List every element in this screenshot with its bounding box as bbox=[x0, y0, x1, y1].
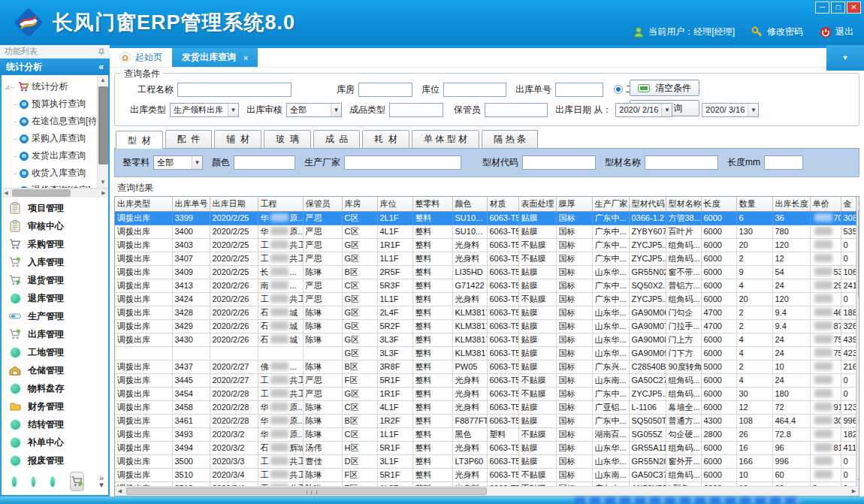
length-input[interactable] bbox=[764, 155, 803, 170]
out-type-combo[interactable]: 生产领料出库▼ bbox=[170, 103, 239, 117]
table-row[interactable]: 调拨出库33992020/2/25华原...严思C区2L1F整料SU10...6… bbox=[115, 211, 856, 225]
column-header-金[interactable]: 金 bbox=[841, 197, 856, 211]
close-tab-icon[interactable]: × bbox=[243, 53, 248, 62]
table-row[interactable]: 调拨出库35102020/3/4工共工程陈琳F区5R1F整料光身料6063-T5… bbox=[115, 468, 856, 481]
table-row[interactable]: 调拨出库34002020/2/25华原...严思C区4L1F整料SU10...6… bbox=[115, 225, 856, 238]
table-row[interactable]: 调拨出库34932020/3/2华原...陈琳C区1L1F整料黑色塑料不贴膜国标… bbox=[115, 427, 856, 441]
warehouse-input[interactable] bbox=[358, 83, 412, 97]
module-dot-icon[interactable] bbox=[50, 477, 55, 487]
table-row[interactable]: 调拨出库34092020/2/25长...陈琳B区2R5F整料LI35HD606… bbox=[115, 265, 856, 279]
tree-item-发货出库查询[interactable]: --发货出库查询 bbox=[5, 147, 96, 164]
sidebar-module-退库管理[interactable]: 退库管理 bbox=[9, 291, 108, 306]
piece-combo[interactable]: 全部▼ bbox=[153, 155, 203, 170]
scrollbar-thumb[interactable] bbox=[12, 189, 71, 197]
table-row[interactable]: 调拨出库34242020/2/26工共工程严思G区1L1F整料光身料6063-T… bbox=[115, 292, 856, 306]
sidebar-module-入库管理[interactable]: 入库管理 bbox=[9, 255, 108, 270]
table-row[interactable]: 调拨出库34582020/2/28华原...陈琳C区4L1F整料光身料6063-… bbox=[115, 400, 856, 414]
module-dot-icon[interactable] bbox=[32, 477, 36, 487]
table-row[interactable]: 调拨出库34032020/2/25工共工程严思G区1R1F整料光身料6063-T… bbox=[115, 238, 856, 252]
scroll-up-arrow[interactable]: ▲ bbox=[98, 75, 108, 86]
material-tab-玻璃[interactable]: 玻 璃 bbox=[264, 130, 311, 148]
material-tab-单体型材[interactable]: 单 体 型 材 bbox=[412, 130, 479, 148]
more-modules-button[interactable]: » ▾ bbox=[99, 475, 104, 488]
table-row[interactable]: 调拨出库34372020/2/27佛...陈琳B区3R8F整料PW056063-… bbox=[115, 360, 856, 373]
clear-conditions-button[interactable]: 清空条件 bbox=[630, 80, 699, 96]
material-tab-耗材[interactable]: 耗 材 bbox=[362, 130, 409, 148]
scroll-down-arrow[interactable]: ▼ bbox=[857, 475, 860, 486]
column-header-库房[interactable]: 库房 bbox=[342, 197, 377, 211]
tab-shipping-outbound-query[interactable]: 发货出库查询 × bbox=[172, 48, 258, 67]
location-input[interactable] bbox=[443, 83, 506, 97]
column-header-生产厂家[interactable]: 生产厂家 bbox=[592, 197, 629, 211]
table-row[interactable]: 调拨出库34612020/2/28华原...陈琳B区1R2F整料F8877FT6… bbox=[115, 414, 856, 427]
tree-item-收货入库查询[interactable]: --收货入库查询 bbox=[5, 164, 96, 182]
keeper-input[interactable] bbox=[485, 103, 548, 117]
column-header-工程[interactable]: 工程 bbox=[258, 197, 303, 211]
pin-icon[interactable] bbox=[98, 48, 105, 56]
material-tab-隔热条[interactable]: 隔 热 条 bbox=[482, 130, 538, 148]
sidebar-module-审核中心[interactable]: 审核中心 bbox=[9, 219, 108, 234]
manufacturer-input[interactable] bbox=[344, 155, 461, 170]
scrollbar-thumb[interactable] bbox=[858, 209, 860, 297]
sidebar-module-出库管理[interactable]: 出库管理 bbox=[9, 327, 108, 342]
logout-button[interactable]: 退出 bbox=[820, 26, 853, 38]
sidebar-module-结转管理[interactable]: 结转管理 bbox=[9, 417, 108, 432]
sidebar-module-退货管理[interactable]: 退货管理 bbox=[9, 273, 108, 288]
material-tab-辅材[interactable]: 辅 材 bbox=[214, 130, 261, 148]
sidebar-module-采购管理[interactable]: 采购管理 bbox=[9, 237, 108, 252]
table-row[interactable]: 调拨出库34292020/2/26石城陈琳G区5R2F整料KLM38176063… bbox=[115, 319, 856, 333]
scrollbar-thumb[interactable] bbox=[98, 86, 108, 164]
color-input[interactable] bbox=[234, 155, 295, 170]
grid-horizontal-scrollbar[interactable]: ◀ ▶ bbox=[115, 486, 859, 496]
table-row[interactable]: G区3L3F整料KLM38176063-T5贴膜国标山东华...GA90M09.… bbox=[115, 346, 856, 360]
sidebar-module-财务管理[interactable]: 财务管理 bbox=[9, 399, 108, 414]
scroll-left-arrow[interactable]: ◀ bbox=[2, 189, 11, 198]
table-row[interactable]: 调拨出库34542020/2/28工共工程严思G区1R1F整料光身料6063-T… bbox=[115, 387, 856, 400]
table-row[interactable]: 调拨出库34132020/2/26南...严思C区5R3F整料G71422606… bbox=[115, 279, 856, 292]
material-tab-型材[interactable]: 型 材 bbox=[116, 131, 163, 149]
audit-combo[interactable]: 全部▼ bbox=[286, 103, 342, 117]
tree-item-采购入库查询[interactable]: --采购入库查询 bbox=[5, 130, 96, 147]
scroll-right-arrow[interactable]: ▶ bbox=[849, 487, 859, 496]
sidebar-module-报废管理[interactable]: 报废管理 bbox=[9, 453, 108, 468]
scroll-down-arrow[interactable]: ▼ bbox=[98, 177, 108, 188]
tab-home[interactable]: 起始页 bbox=[110, 48, 172, 67]
sidebar-module-物料盘存[interactable]: 物料盘存 bbox=[9, 381, 108, 396]
column-header-保管员[interactable]: 保管员 bbox=[303, 197, 342, 211]
column-header-表面处理[interactable]: 表面处理 bbox=[518, 197, 556, 211]
table-row[interactable]: 调拨出库34072020/2/25工共工程严思G区1L1F整料光身料6063-T… bbox=[115, 252, 856, 265]
tree-item-预算执行查询[interactable]: --预算执行查询 bbox=[5, 95, 96, 113]
module-dot-icon[interactable] bbox=[12, 477, 17, 487]
tree-root-statistics[interactable]: ⊿-- 统计分析 bbox=[5, 78, 96, 95]
tree-item-在途信息查询[待[interactable]: --在途信息查询[待 bbox=[5, 113, 96, 130]
column-header-型材名称[interactable]: 型材名称 bbox=[666, 197, 701, 211]
profile-name-input[interactable] bbox=[645, 155, 718, 170]
change-password-button[interactable]: 修改密码 bbox=[751, 26, 803, 38]
sidebar-module-补单中心[interactable]: 补单中心 bbox=[9, 435, 108, 450]
column-header-数量[interactable]: 数量 bbox=[736, 197, 772, 211]
minimize-button[interactable]: ─ bbox=[815, 2, 829, 14]
scroll-left-arrow[interactable]: ◀ bbox=[115, 487, 125, 496]
tree-horizontal-scrollbar[interactable]: ◀ ▶ bbox=[2, 188, 108, 198]
sidebar-section-statistics[interactable]: 统计分析 « bbox=[0, 59, 110, 75]
column-header-出库长度[interactable]: 出库长度 bbox=[772, 197, 810, 211]
tab-list-dropdown[interactable]: ▼ bbox=[826, 45, 864, 71]
column-header-单价[interactable]: 单价 bbox=[810, 197, 841, 211]
tree-item-退货查询[待定][interactable]: --退货查询[待定] bbox=[5, 182, 96, 188]
close-button[interactable]: ✕ bbox=[847, 2, 861, 14]
column-header-型材代码[interactable]: 型材代码 bbox=[629, 197, 666, 211]
scroll-right-arrow[interactable]: ▶ bbox=[99, 189, 108, 198]
sidebar-module-仓储管理[interactable]: 仓储管理 bbox=[9, 363, 108, 378]
tree-vertical-scrollbar[interactable]: ▲ ▼ bbox=[97, 75, 108, 188]
table-row[interactable]: 调拨出库34942020/3/2石辉城汤伟H区5R1F整料光身料6063-T5贴… bbox=[115, 441, 856, 454]
table-row[interactable]: 调拨出库34452020/2/27工共工程严思F区5R1F整料光身料6063-T… bbox=[115, 373, 856, 387]
column-header-膜厚[interactable]: 膜厚 bbox=[556, 197, 592, 211]
statistics-module-button[interactable] bbox=[70, 472, 84, 491]
sidebar-module-生产管理[interactable]: 生产管理 bbox=[9, 309, 108, 324]
scrollbar-thumb[interactable] bbox=[126, 487, 487, 495]
project-name-input[interactable] bbox=[177, 83, 292, 97]
column-header-库位[interactable]: 库位 bbox=[377, 197, 412, 211]
column-header-出库类型[interactable]: 出库类型 bbox=[115, 197, 172, 211]
scroll-up-arrow[interactable]: ▲ bbox=[857, 197, 860, 208]
product-type-input[interactable] bbox=[389, 103, 443, 117]
